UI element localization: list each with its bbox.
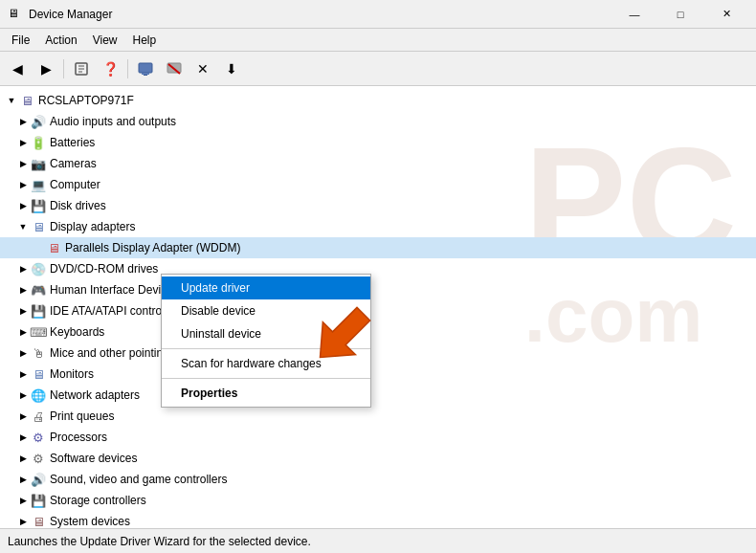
app-icon: 🖥: [8, 7, 23, 22]
device-tree[interactable]: PC .com ▼ 🖥 RCSLAPTOP971F ▶ 🔊 Audio inpu…: [0, 86, 756, 528]
cameras-expander: ▶: [15, 156, 31, 171]
tree-item-processors[interactable]: ▶ ⚙ Processors: [0, 427, 756, 448]
ctx-separator-2: [162, 378, 370, 379]
processors-icon: ⚙: [31, 430, 46, 445]
audio-icon: 🔊: [31, 114, 46, 129]
tree-item-monitors[interactable]: ▶ 🖥 Monitors: [0, 364, 756, 385]
toolbar-sep-1: [63, 59, 64, 78]
hid-expander: ▶: [15, 282, 31, 298]
disk-label: Disk drives: [50, 199, 106, 212]
svg-rect-4: [139, 63, 152, 73]
processors-expander: ▶: [15, 430, 31, 445]
tree-item-audio[interactable]: ▶ 🔊 Audio inputs and outputs: [0, 111, 756, 132]
software-label: Software devices: [50, 452, 137, 465]
computer-icon: 💻: [31, 177, 46, 192]
ctx-uninstall-device[interactable]: Uninstall device: [162, 322, 370, 345]
toolbar-update-driver[interactable]: [132, 55, 159, 82]
root-icon: 🖥: [19, 93, 34, 108]
tree-item-ide[interactable]: ▶ 💾 IDE ATA/ATAPI controllers: [0, 300, 756, 321]
audio-expander: ▶: [15, 114, 31, 129]
sound-label: Sound, video and game controllers: [50, 473, 227, 486]
monitors-label: Monitors: [50, 367, 94, 381]
toolbar: ◀ ▶ ❓ ✕ ⬇: [0, 52, 756, 86]
dvd-label: DVD/CD-ROM drives: [50, 262, 158, 276]
svg-rect-5: [142, 73, 149, 75]
tree-item-network[interactable]: ▶ 🌐 Network adapters: [0, 385, 756, 406]
tree-item-dvd[interactable]: ▶ 💿 DVD/CD-ROM drives: [0, 258, 756, 279]
root-expander: ▼: [4, 93, 19, 108]
hid-label: Human Interface Devices: [50, 283, 179, 297]
tree-item-storage[interactable]: ▶ 💾 Storage controllers: [0, 490, 756, 511]
tree-item-print[interactable]: ▶ 🖨 Print queues: [0, 406, 756, 427]
title-bar: 🖥 Device Manager — □ ✕: [0, 0, 756, 29]
network-expander: ▶: [15, 387, 31, 403]
tree-item-display[interactable]: ▼ 🖥 Display adapters: [0, 216, 756, 237]
tree-item-software[interactable]: ▶ ⚙ Software devices: [0, 448, 756, 469]
ide-expander: ▶: [15, 303, 31, 319]
toolbar-disable[interactable]: [161, 55, 188, 82]
display-label: Display adapters: [50, 220, 135, 233]
ctx-separator: [162, 348, 370, 349]
status-text: Launches the Update Driver Wizard for th…: [8, 535, 311, 548]
tree-item-cameras[interactable]: ▶ 📷 Cameras: [0, 153, 756, 174]
batteries-expander: ▶: [15, 135, 31, 150]
parallels-icon: 🖥: [46, 240, 61, 255]
minimize-button[interactable]: —: [612, 0, 656, 29]
parallels-expander: [31, 240, 46, 255]
keyboards-icon: ⌨: [31, 324, 46, 340]
disk-expander: ▶: [15, 198, 31, 213]
print-expander: ▶: [15, 409, 31, 424]
toolbar-forward[interactable]: ▶: [33, 55, 59, 82]
tree-item-parallels[interactable]: 🖥 Parallels Display Adapter (WDDM): [0, 237, 756, 258]
tree-item-sound[interactable]: ▶ 🔊 Sound, video and game controllers: [0, 469, 756, 490]
keyboards-label: Keyboards: [50, 325, 104, 339]
menu-action[interactable]: Action: [37, 32, 84, 49]
cameras-icon: 📷: [31, 156, 46, 171]
system-label: System devices: [50, 515, 130, 528]
computer-label: Computer: [50, 178, 100, 191]
ide-icon: 💾: [31, 303, 46, 319]
print-label: Print queues: [50, 409, 114, 423]
main-area: PC .com ▼ 🖥 RCSLAPTOP971F ▶ 🔊 Audio inpu…: [0, 86, 756, 528]
processors-label: Processors: [50, 431, 107, 444]
cameras-label: Cameras: [50, 157, 97, 170]
tree-item-computer[interactable]: ▶ 💻 Computer: [0, 174, 756, 195]
tree-root[interactable]: ▼ 🖥 RCSLAPTOP971F: [0, 90, 756, 111]
close-button[interactable]: ✕: [704, 0, 748, 29]
storage-expander: ▶: [15, 493, 31, 508]
toolbar-help[interactable]: ❓: [97, 55, 123, 82]
menu-view[interactable]: View: [85, 32, 125, 49]
batteries-icon: 🔋: [31, 135, 46, 150]
tree-item-batteries[interactable]: ▶ 🔋 Batteries: [0, 132, 756, 153]
tree-item-keyboards[interactable]: ▶ ⌨ Keyboards: [0, 321, 756, 343]
computer-expander: ▶: [15, 177, 31, 192]
dvd-icon: 💿: [31, 261, 46, 276]
sound-icon: 🔊: [31, 472, 46, 487]
sound-expander: ▶: [15, 472, 31, 487]
mice-expander: ▶: [15, 345, 31, 361]
tree-item-mice[interactable]: ▶ 🖱 Mice and other pointing devices: [0, 343, 756, 364]
software-icon: ⚙: [31, 451, 46, 466]
toolbar-back[interactable]: ◀: [4, 55, 31, 82]
software-expander: ▶: [15, 451, 31, 466]
ctx-update-driver[interactable]: Update driver: [162, 276, 370, 299]
system-icon: 🖥: [31, 514, 46, 528]
tree-item-disk[interactable]: ▶ 💾 Disk drives: [0, 195, 756, 216]
menu-help[interactable]: Help: [125, 32, 165, 49]
tree-item-hid[interactable]: ▶ 🎮 Human Interface Devices: [0, 279, 756, 300]
toolbar-uninstall[interactable]: ✕: [189, 55, 216, 82]
window-title: Device Manager: [29, 8, 112, 21]
ctx-disable-device[interactable]: Disable device: [162, 299, 370, 322]
maximize-button[interactable]: □: [658, 0, 702, 29]
toolbar-properties[interactable]: [68, 55, 95, 82]
parallels-label: Parallels Display Adapter (WDDM): [65, 241, 240, 254]
toolbar-scan[interactable]: ⬇: [218, 55, 245, 82]
network-icon: 🌐: [31, 387, 46, 403]
menu-bar: File Action View Help: [0, 29, 756, 52]
menu-file[interactable]: File: [4, 32, 37, 49]
dvd-expander: ▶: [15, 261, 31, 276]
display-expander: ▼: [15, 219, 31, 234]
ctx-properties[interactable]: Properties: [162, 382, 370, 405]
tree-item-system[interactable]: ▶ 🖥 System devices: [0, 511, 756, 528]
ctx-scan-hardware[interactable]: Scan for hardware changes: [162, 352, 370, 375]
